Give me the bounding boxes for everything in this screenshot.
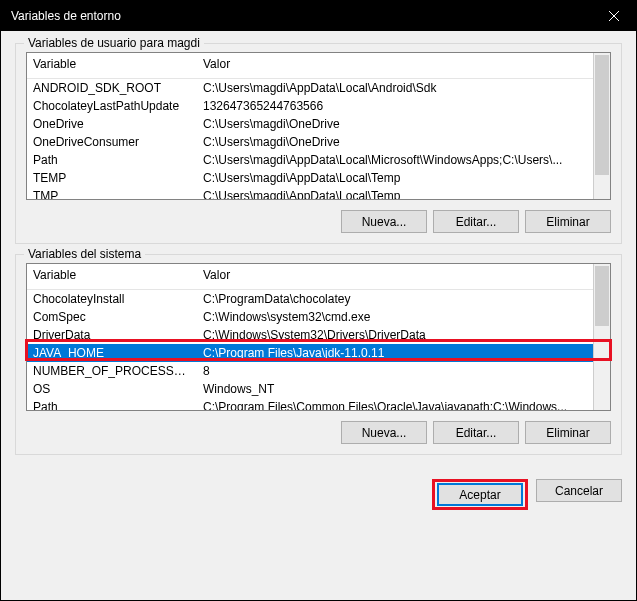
user-var-cell: TMP: [27, 187, 197, 200]
user-vars-header-row: Variable Valor: [27, 53, 593, 78]
user-variables-group: Variables de usuario para magdi Variable…: [15, 43, 622, 244]
sys-val-cell: C:\Program Files\Java\jdk-11.0.11: [197, 344, 593, 362]
sys-new-button[interactable]: Nueva...: [341, 421, 427, 444]
ok-highlight: Aceptar: [432, 479, 528, 510]
sys-var-cell: OS: [27, 380, 197, 398]
dialog-footer: Aceptar Cancelar: [1, 473, 636, 522]
cancel-button[interactable]: Cancelar: [536, 479, 622, 502]
table-row[interactable]: PathC:\Users\magdi\AppData\Local\Microso…: [27, 151, 593, 169]
scroll-thumb[interactable]: [595, 55, 609, 175]
user-val-cell: C:\Users\magdi\AppData\Local\Microsoft\W…: [197, 151, 593, 169]
sys-var-cell: NUMBER_OF_PROCESSORS: [27, 362, 197, 380]
table-row[interactable]: ChocolateyInstallC:\ProgramData\chocolat…: [27, 289, 593, 308]
sys-val-cell: 8: [197, 362, 593, 380]
user-var-cell: OneDrive: [27, 115, 197, 133]
system-variables-group: Variables del sistema Variable Valor Cho…: [15, 254, 622, 455]
table-row[interactable]: NUMBER_OF_PROCESSORS8: [27, 362, 593, 380]
user-vars-buttons: Nueva... Editar... Eliminar: [26, 210, 611, 233]
sys-vars-header-row: Variable Valor: [27, 264, 593, 289]
user-col-value[interactable]: Valor: [197, 53, 593, 78]
window-title: Variables de entorno: [11, 9, 591, 23]
sys-vars-scrollbar[interactable]: [593, 264, 610, 410]
sys-col-value[interactable]: Valor: [197, 264, 593, 289]
sys-vars-table-wrap: Variable Valor ChocolateyInstallC:\Progr…: [26, 263, 611, 411]
sys-var-cell: DriverData: [27, 326, 197, 344]
user-edit-button[interactable]: Editar...: [433, 210, 519, 233]
sys-var-cell: ComSpec: [27, 308, 197, 326]
user-new-button[interactable]: Nueva...: [341, 210, 427, 233]
user-val-cell: C:\Users\magdi\OneDrive: [197, 115, 593, 133]
user-val-cell: 132647365244763566: [197, 97, 593, 115]
user-val-cell: C:\Users\magdi\AppData\Local\Android\Sdk: [197, 78, 593, 97]
user-vars-table-wrap: Variable Valor ANDROID_SDK_ROOTC:\Users\…: [26, 52, 611, 200]
user-var-cell: OneDriveConsumer: [27, 133, 197, 151]
sys-edit-button[interactable]: Editar...: [433, 421, 519, 444]
sys-val-cell: C:\Program Files\Common Files\Oracle\Jav…: [197, 398, 593, 411]
user-val-cell: C:\Users\magdi\AppData\Local\Temp: [197, 187, 593, 200]
table-row[interactable]: ComSpecC:\Windows\system32\cmd.exe: [27, 308, 593, 326]
user-vars-table[interactable]: Variable Valor ANDROID_SDK_ROOTC:\Users\…: [27, 53, 593, 199]
user-var-cell: TEMP: [27, 169, 197, 187]
sys-delete-button[interactable]: Eliminar: [525, 421, 611, 444]
sys-val-cell: C:\Windows\System32\Drivers\DriverData: [197, 326, 593, 344]
user-var-cell: ANDROID_SDK_ROOT: [27, 78, 197, 97]
table-row[interactable]: OneDriveConsumerC:\Users\magdi\OneDrive: [27, 133, 593, 151]
dialog-content: Variables de usuario para magdi Variable…: [1, 31, 636, 473]
close-icon: [609, 11, 619, 21]
table-row[interactable]: JAVA_HOMEC:\Program Files\Java\jdk-11.0.…: [27, 344, 593, 362]
sys-var-cell: ChocolateyInstall: [27, 289, 197, 308]
user-var-cell: Path: [27, 151, 197, 169]
table-row[interactable]: TMPC:\Users\magdi\AppData\Local\Temp: [27, 187, 593, 200]
user-val-cell: C:\Users\magdi\AppData\Local\Temp: [197, 169, 593, 187]
scroll-thumb[interactable]: [595, 266, 609, 326]
sys-vars-buttons: Nueva... Editar... Eliminar: [26, 421, 611, 444]
user-val-cell: C:\Users\magdi\OneDrive: [197, 133, 593, 151]
table-row[interactable]: TEMPC:\Users\magdi\AppData\Local\Temp: [27, 169, 593, 187]
sys-vars-table[interactable]: Variable Valor ChocolateyInstallC:\Progr…: [27, 264, 593, 410]
user-vars-title: Variables de usuario para magdi: [24, 36, 204, 50]
user-vars-scrollbar[interactable]: [593, 53, 610, 199]
sys-vars-title: Variables del sistema: [24, 247, 145, 261]
table-row[interactable]: PathC:\Program Files\Common Files\Oracle…: [27, 398, 593, 411]
sys-val-cell: C:\Windows\system32\cmd.exe: [197, 308, 593, 326]
table-row[interactable]: OSWindows_NT: [27, 380, 593, 398]
table-row[interactable]: OneDriveC:\Users\magdi\OneDrive: [27, 115, 593, 133]
user-col-variable[interactable]: Variable: [27, 53, 197, 78]
table-row[interactable]: ANDROID_SDK_ROOTC:\Users\magdi\AppData\L…: [27, 78, 593, 97]
titlebar: Variables de entorno: [1, 1, 636, 31]
close-button[interactable]: [591, 1, 636, 31]
sys-var-cell: JAVA_HOME: [27, 344, 197, 362]
table-row[interactable]: DriverDataC:\Windows\System32\Drivers\Dr…: [27, 326, 593, 344]
sys-val-cell: Windows_NT: [197, 380, 593, 398]
sys-val-cell: C:\ProgramData\chocolatey: [197, 289, 593, 308]
sys-var-cell: Path: [27, 398, 197, 411]
sys-col-variable[interactable]: Variable: [27, 264, 197, 289]
user-delete-button[interactable]: Eliminar: [525, 210, 611, 233]
user-var-cell: ChocolateyLastPathUpdate: [27, 97, 197, 115]
table-row[interactable]: ChocolateyLastPathUpdate1326473652447635…: [27, 97, 593, 115]
ok-button[interactable]: Aceptar: [437, 483, 523, 506]
